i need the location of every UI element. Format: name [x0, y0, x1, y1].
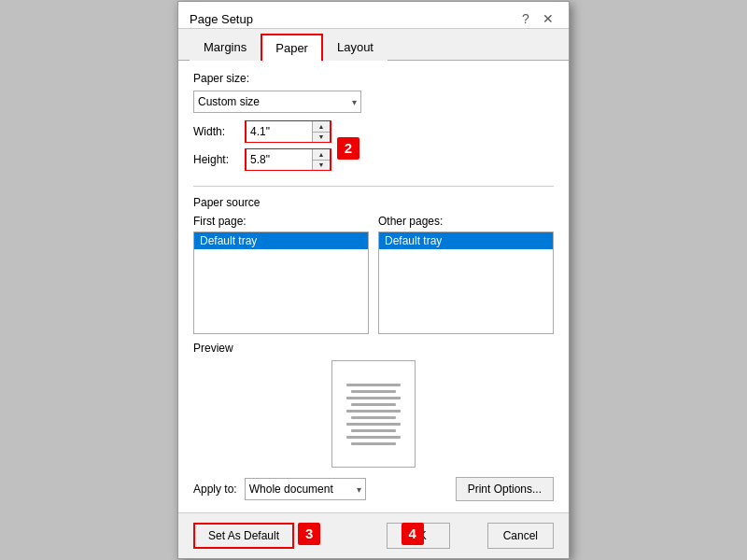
paper-size-row: Custom size Letter A4 [193, 91, 554, 113]
preview-line-6 [351, 416, 396, 419]
source-columns: First page: Default tray Other pages: De… [193, 215, 554, 334]
other-pages-label: Other pages: [378, 215, 554, 228]
cancel-button[interactable]: Cancel [487, 523, 554, 549]
dialog-title: Page Setup [190, 12, 253, 26]
preview-line-3 [346, 397, 401, 399]
width-input[interactable] [247, 121, 312, 142]
preview-line-10 [351, 442, 396, 445]
annotation-3: 3 [298, 523, 320, 545]
width-decrement[interactable]: ▼ [313, 133, 330, 143]
paper-size-label: Paper size: [193, 72, 554, 85]
width-increment[interactable]: ▲ [313, 121, 330, 133]
footer-right: OK 4 Cancel [387, 523, 554, 549]
height-input[interactable] [247, 149, 312, 170]
height-label: Height: [193, 153, 245, 166]
dialog-footer: Set As Default 3 OK 4 Cancel [178, 512, 569, 558]
preview-line-2 [351, 390, 396, 393]
preview-label: Preview [193, 342, 554, 355]
title-bar-controls: ? ✕ [516, 9, 557, 28]
first-page-col: First page: Default tray [193, 215, 369, 334]
preview-line-9 [346, 436, 401, 439]
paper-source-label: Paper source [193, 196, 554, 209]
other-pages-item-default[interactable]: Default tray [379, 232, 553, 249]
tab-layout[interactable]: Layout [323, 34, 388, 61]
apply-to-select[interactable]: Whole document This point forward [245, 478, 366, 500]
annotation-2: 2 [337, 137, 359, 160]
height-input-group: ▲ ▼ [245, 148, 331, 171]
width-row: Width: ▲ ▼ [193, 120, 331, 143]
first-page-label: First page: [193, 215, 369, 228]
tab-paper[interactable]: Paper 1 [261, 34, 323, 61]
title-bar: Page Setup ? ✕ [178, 2, 569, 29]
apply-to-label: Apply to: [193, 483, 237, 496]
height-spinner: ▲ ▼ [312, 149, 330, 170]
dialog-content: Paper size: Custom size Letter A4 Width:… [178, 61, 569, 512]
preview-line-7 [346, 423, 401, 426]
apply-row: Apply to: Whole document This point forw… [193, 477, 554, 501]
preview-line-4 [351, 403, 396, 406]
preview-box [331, 360, 416, 468]
other-pages-listbox[interactable]: Default tray [378, 231, 554, 334]
tab-margins[interactable]: Margins [190, 34, 261, 61]
paper-source-section: Paper source First page: Default tray Ot… [193, 196, 554, 334]
width-input-group: ▲ ▼ [245, 120, 331, 143]
page-setup-dialog: Page Setup ? ✕ Margins Paper 1 Layout Pa… [177, 1, 570, 559]
first-page-listbox[interactable]: Default tray [193, 231, 369, 334]
close-button[interactable]: ✕ [539, 9, 557, 28]
apply-select-wrapper: Whole document This point forward [245, 478, 366, 500]
height-row: Height: ▲ ▼ [193, 148, 331, 171]
preview-section: Preview [193, 342, 554, 468]
tab-bar: Margins Paper 1 Layout [178, 33, 569, 61]
preview-line-8 [351, 429, 396, 432]
annotation-4: 4 [402, 523, 424, 545]
set-as-default-button[interactable]: Set As Default [193, 523, 294, 549]
width-spinner: ▲ ▼ [312, 121, 330, 142]
preview-line-5 [346, 410, 401, 413]
first-page-item-default[interactable]: Default tray [194, 232, 368, 249]
print-options-button[interactable]: Print Options... [456, 477, 554, 501]
paper-size-select[interactable]: Custom size Letter A4 [193, 91, 361, 113]
paper-size-select-wrapper: Custom size Letter A4 [193, 91, 361, 113]
height-increment[interactable]: ▲ [313, 149, 330, 161]
preview-line-1 [346, 384, 401, 386]
other-pages-col: Other pages: Default tray [378, 215, 554, 334]
footer-left: Set As Default 3 [193, 523, 317, 549]
help-button[interactable]: ? [516, 9, 535, 28]
width-label: Width: [193, 125, 245, 138]
height-decrement[interactable]: ▼ [313, 161, 330, 171]
